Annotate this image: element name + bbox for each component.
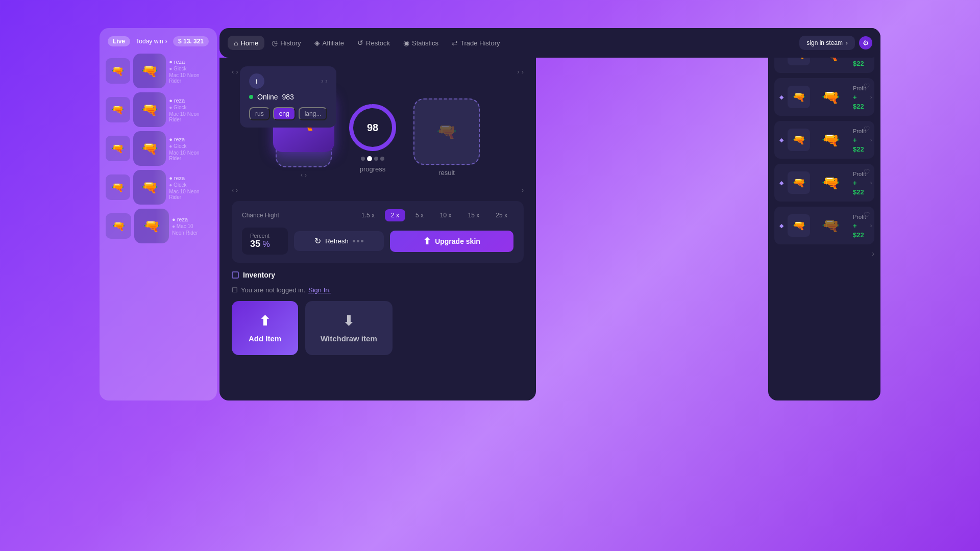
profit-gun-large-4: 🔫 (812, 169, 849, 196)
arrow-right-2-icon[interactable]: › (517, 68, 519, 76)
withdraw-item-button[interactable]: ⬇ Witchdraw item (305, 301, 393, 355)
history-icon: ◷ (272, 39, 278, 47)
item-small-thumbnail: 🔫 (106, 213, 131, 239)
multiplier-10x[interactable]: 10 x (434, 209, 458, 221)
item-skin-name: Mac 10 Neon Rider (169, 111, 211, 122)
inventory-header: Inventory (232, 271, 524, 279)
card-arrow-5[interactable]: › (870, 222, 872, 229)
today-win-label: Today win › (136, 38, 167, 45)
card-arrow-4[interactable]: › (870, 180, 872, 186)
bottom-nav-left: ‹ › (232, 187, 238, 194)
nav-home[interactable]: ⌂ Home (228, 36, 264, 50)
popup-arrow-r[interactable]: › (321, 78, 323, 85)
profit-value-4: + $22 (853, 179, 864, 196)
sign-in-steam-button[interactable]: sign in steam › (799, 36, 855, 50)
diamond-icon-4: ◆ (779, 180, 783, 186)
profit-gun-large-2: 🔫 (812, 83, 849, 111)
profit-card-4: ◆ 🔫 🔫 Profit + $22 › ♡ (774, 164, 874, 202)
online-dot (249, 95, 253, 99)
card-arrow-2[interactable]: › (870, 94, 872, 100)
dot-3 (361, 240, 363, 242)
diamond-icon-3: ◆ (779, 137, 783, 143)
multiplier-15x[interactable]: 15 x (462, 209, 486, 221)
upgrade-skin-button[interactable]: ⬆ Upgrade skin (390, 231, 513, 252)
heart-icon-4[interactable]: ♡ (864, 168, 870, 176)
refresh-icon: ↻ (314, 236, 321, 246)
steam-avatar[interactable]: ⚙ (859, 36, 872, 49)
lang-rus-button[interactable]: rus (249, 107, 270, 120)
heart-icon-3[interactable]: ♡ (864, 125, 870, 133)
bottom-arrow-right[interactable]: › (305, 171, 307, 179)
lang-eng-button[interactable]: eng (273, 107, 296, 120)
online-count: 983 (282, 93, 293, 101)
sign-in-link[interactable]: Sign In. (308, 286, 331, 294)
sidebar-item: 🔫 🔫 ● reza ● Mac 10 Neon Rider (106, 209, 211, 243)
nav-affiliate[interactable]: ◈ Affiliate (308, 36, 350, 50)
inventory-actions: ⬆ Add Item ⬇ Witchdraw item (232, 301, 524, 355)
item-small-thumbnail: 🔫 (106, 97, 130, 122)
arrow-right-icon[interactable]: › (236, 68, 238, 76)
sidebar-item: 🔫 🔫 ● reza ● Glock Mac 10 Neon Rider (106, 131, 211, 166)
dot-2 (357, 240, 359, 242)
item-username: ● reza (169, 59, 211, 65)
item-weapon-name: ● Glock (169, 182, 211, 188)
statistics-icon: ◉ (403, 39, 409, 47)
refresh-button[interactable]: ↻ Refresh (294, 231, 384, 251)
item-info: ● reza ● Glock Mac 10 Neon Rider (169, 97, 211, 122)
nav-restock-label: Restock (366, 39, 390, 47)
bn-arrow-left[interactable]: ‹ (232, 187, 234, 194)
multiplier-2x[interactable]: 2 x (385, 209, 405, 221)
item-small-thumbnail: 🔫 (106, 136, 130, 161)
bn-arrow-right[interactable]: › (236, 187, 238, 194)
loading-dots (353, 240, 363, 242)
item-large-thumbnail: 🔫 (133, 170, 166, 205)
arrow-right-3-icon[interactable]: › (522, 68, 524, 76)
progress-dot-3 (374, 157, 378, 161)
trade-history-icon: ⇄ (452, 39, 458, 47)
add-item-label: Add Item (249, 334, 281, 343)
heart-icon-2[interactable]: ♡ (864, 82, 870, 90)
bn-arrow-r2[interactable]: › (522, 187, 524, 194)
nav-history[interactable]: ◷ History (265, 36, 307, 50)
multiplier-5x[interactable]: 5 x (409, 209, 430, 221)
nav-statistics[interactable]: ◉ Statistics (397, 36, 445, 50)
popup-arrow-r2[interactable]: › (325, 78, 327, 85)
nav-trade-history-label: Trade History (460, 39, 500, 47)
progress-circle-wrapper: 98 progress (347, 102, 398, 173)
upgrade-label: Upgrade skin (435, 237, 480, 245)
withdraw-label: Witchdraw item (321, 334, 377, 343)
online-row: Online 983 (249, 93, 327, 101)
inventory-checkbox[interactable] (232, 271, 239, 279)
arrow-left-icon[interactable]: ‹ (232, 68, 234, 76)
progress-dot-1 (361, 157, 365, 161)
sidebar-item: 🔫 🔫 ● reza ● Glock Mac 10 Neon Rider (106, 170, 211, 205)
item-large-thumbnail: 🔫 (133, 131, 166, 166)
select-item-arrows: ‹ › (301, 171, 307, 179)
profit-value-3: + $22 (853, 136, 864, 153)
upgrade-icon: ⬆ (423, 236, 431, 247)
item-large-thumbnail: 🔫 (133, 92, 166, 127)
nav-trade-history[interactable]: ⇄ Trade History (446, 36, 506, 50)
online-popup: i › › Online 983 rus eng lang... (240, 66, 336, 128)
right-sidebar-arrow[interactable]: › (872, 249, 874, 258)
nav-history-label: History (280, 39, 301, 47)
percent-sign: % (262, 240, 270, 248)
bottom-arrow-left[interactable]: ‹ (301, 171, 303, 179)
nav-restock[interactable]: ↺ Restock (351, 36, 396, 50)
home-icon: ⌂ (234, 39, 238, 47)
nav-affiliate-label: Affiliate (323, 39, 344, 47)
card-arrow-3[interactable]: › (870, 137, 872, 143)
lang-other-button[interactable]: lang... (299, 107, 328, 120)
inventory-title: Inventory (243, 271, 275, 279)
diamond-icon-2: ◆ (779, 94, 783, 101)
multiplier-25x[interactable]: 25 x (489, 209, 513, 221)
profit-gun-small-3: 🔫 (788, 129, 810, 151)
heart-icon-5[interactable]: ♡ (864, 211, 870, 219)
result-gun-placeholder: 🔫 (436, 122, 457, 141)
multiplier-1-5x[interactable]: 1.5 x (355, 209, 381, 221)
add-item-button[interactable]: ⬆ Add Item (232, 301, 298, 355)
sidebar-item: 🔫 🔫 ● reza ● Glock Mac 10 Neon Rider (106, 92, 211, 127)
percent-label: Percent (250, 233, 280, 239)
info-circle[interactable]: i (249, 73, 264, 89)
profit-card-5: ◆ 🔫 🔫 Profit + $22 › ♡ (774, 207, 874, 244)
